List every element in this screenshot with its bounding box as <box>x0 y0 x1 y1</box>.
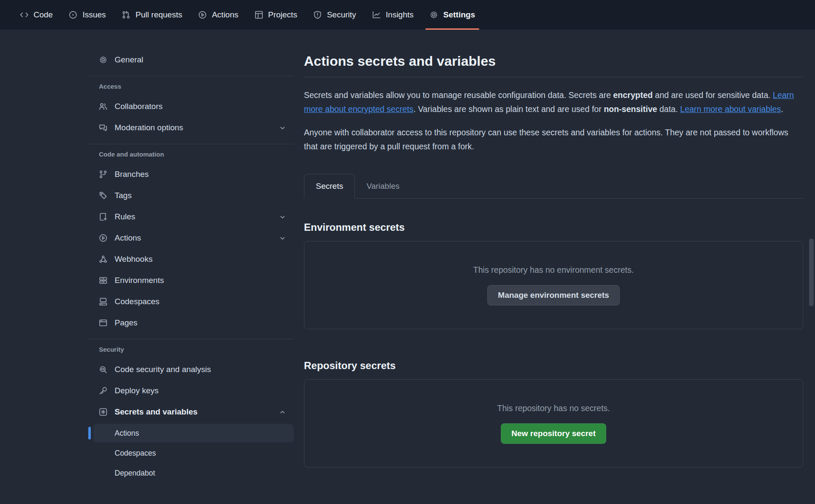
sidebar-item-rules[interactable]: Rules <box>93 206 294 227</box>
gear-icon <box>430 11 438 19</box>
code-icon <box>20 11 28 19</box>
server-icon <box>99 276 107 285</box>
text-segment-bold: encrypted <box>613 90 652 100</box>
sidebar-item-actions[interactable]: Actions <box>93 227 294 249</box>
nav-tab-pull-requests[interactable]: Pull requests <box>114 0 190 30</box>
sidebar-item-moderation-options[interactable]: Moderation options <box>93 117 294 138</box>
key-icon <box>99 386 107 395</box>
git-pull-request-icon <box>122 11 130 19</box>
sidebar-item-label: Actions <box>115 233 141 243</box>
text-segment: . Variables are shown as plain text and … <box>413 104 604 114</box>
nav-tab-settings[interactable]: Settings <box>422 0 483 30</box>
sidebar-item-secrets-and-variables[interactable]: Secrets and variables <box>93 401 294 423</box>
sidebar-item-codespaces[interactable]: Codespaces <box>93 291 294 312</box>
people-icon <box>99 102 107 111</box>
sidebar-item-tags[interactable]: Tags <box>93 185 294 206</box>
chevron-down-icon <box>279 124 286 132</box>
collaborator-access-paragraph: Anyone with collaborator access to this … <box>304 126 803 154</box>
repository-settings-page: Code Issues Pull requests Actions Projec… <box>0 0 815 504</box>
settings-sidebar: General Access Collaborators Moderation … <box>88 49 294 484</box>
sidebar-divider <box>88 339 294 339</box>
sidebar-item-webhooks[interactable]: Webhooks <box>93 249 294 270</box>
nav-tab-label: Issues <box>82 10 106 20</box>
sidebar-section-access: Access <box>88 82 294 91</box>
sidebar-subitem-label: Dependabot <box>115 469 155 478</box>
link-learn-more-variables[interactable]: Learn more about variables <box>680 104 781 114</box>
sidebar-section-security: Security <box>88 345 294 354</box>
nav-tab-projects[interactable]: Projects <box>247 0 306 30</box>
gear-icon <box>99 56 107 64</box>
shield-icon <box>313 11 322 19</box>
play-icon <box>99 234 107 242</box>
chevron-down-icon <box>279 235 286 242</box>
nav-tab-label: Settings <box>443 10 475 20</box>
nav-tab-label: Pull requests <box>135 10 182 20</box>
git-branch-icon <box>99 170 107 179</box>
sidebar-item-deploy-keys[interactable]: Deploy keys <box>93 380 294 401</box>
sidebar-subitem-actions[interactable]: Actions <box>93 424 294 442</box>
sidebar-section-code-and-automation: Code and automation <box>88 150 294 159</box>
sidebar-divider <box>88 76 294 76</box>
sidebar-subitem-dependabot[interactable]: Dependabot <box>93 464 294 482</box>
nav-tab-label: Projects <box>268 10 298 20</box>
graph-icon <box>372 11 381 19</box>
sidebar-item-label: Moderation options <box>115 123 183 132</box>
browser-icon <box>99 319 107 327</box>
nav-tab-issues[interactable]: Issues <box>61 0 114 30</box>
codescan-icon <box>99 365 107 374</box>
settings-main-content: Actions secrets and variables Secrets an… <box>304 49 803 484</box>
nav-tab-label: Actions <box>212 10 238 20</box>
nav-tab-insights[interactable]: Insights <box>364 0 422 30</box>
play-icon <box>198 11 207 19</box>
sidebar-item-pages[interactable]: Pages <box>93 312 294 333</box>
sidebar-item-label: General <box>115 55 143 64</box>
nav-tab-label: Code <box>34 10 53 20</box>
secrets-variables-tabnav: Secrets Variables <box>304 174 803 199</box>
sidebar-item-general[interactable]: General <box>93 49 294 70</box>
intro-paragraph: Secrets and variables allow you to manag… <box>304 88 803 116</box>
codespaces-icon <box>99 297 107 306</box>
sidebar-item-label: Deploy keys <box>115 386 159 395</box>
tab-secrets[interactable]: Secrets <box>304 174 355 199</box>
sidebar-item-label: Rules <box>115 212 135 221</box>
sidebar-item-collaborators[interactable]: Collaborators <box>93 96 294 117</box>
manage-environment-secrets-button[interactable]: Manage environment secrets <box>487 285 620 305</box>
environment-secrets-heading: Environment secrets <box>304 221 803 233</box>
environment-secrets-empty-text: This repository has no environment secre… <box>473 265 634 275</box>
table-icon <box>255 11 263 19</box>
nav-tab-label: Security <box>327 10 356 20</box>
sidebar-item-code-security-and-analysis[interactable]: Code security and analysis <box>93 359 294 380</box>
page-title: Actions secrets and variables <box>304 49 803 77</box>
comment-discussion-icon <box>99 123 107 132</box>
sidebar-subitem-codespaces[interactable]: Codespaces <box>93 444 294 462</box>
nav-tab-security[interactable]: Security <box>305 0 364 30</box>
tab-label: Secrets <box>316 182 343 191</box>
tag-icon <box>99 191 107 200</box>
nav-tab-code[interactable]: Code <box>12 0 61 30</box>
sidebar-subitem-label: Codespaces <box>115 449 156 458</box>
tab-variables[interactable]: Variables <box>355 174 411 198</box>
sidebar-item-label: Code security and analysis <box>115 365 211 374</box>
settings-layout: General Access Collaborators Moderation … <box>0 30 815 484</box>
sidebar-divider <box>88 144 294 144</box>
chevron-up-icon <box>279 409 286 416</box>
tab-label: Variables <box>366 182 399 191</box>
nav-tab-label: Insights <box>386 10 413 20</box>
text-segment: . <box>781 104 783 114</box>
vertical-scrollbar-thumb[interactable] <box>809 238 814 306</box>
text-segment: data. <box>657 104 680 114</box>
webhook-icon <box>99 255 107 263</box>
sidebar-item-label: Secrets and variables <box>115 407 197 417</box>
text-segment: and are used for sensitive data. <box>653 90 773 100</box>
sidebar-item-branches[interactable]: Branches <box>93 164 294 185</box>
sidebar-item-label: Codespaces <box>115 297 160 306</box>
nav-tab-actions[interactable]: Actions <box>190 0 246 30</box>
text-segment: Secrets and variables allow you to manag… <box>304 90 613 100</box>
new-repository-secret-button[interactable]: New repository secret <box>501 423 607 444</box>
repo-tab-bar: Code Issues Pull requests Actions Projec… <box>0 0 815 30</box>
sidebar-item-label: Tags <box>115 191 132 200</box>
repository-secrets-heading: Repository secrets <box>304 360 803 372</box>
rules-icon <box>99 213 107 221</box>
sidebar-item-environments[interactable]: Environments <box>93 270 294 291</box>
environment-secrets-empty-box: This repository has no environment secre… <box>304 241 803 329</box>
